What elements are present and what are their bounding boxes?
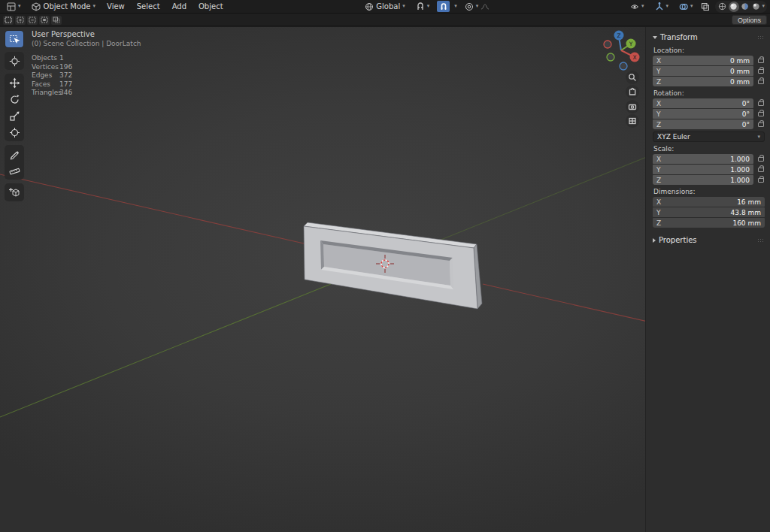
axis-label: Z xyxy=(656,78,661,86)
field-value: 0° xyxy=(742,121,750,128)
location-z-row: Z 0 mm xyxy=(653,77,765,86)
field-value: 16 mm xyxy=(737,198,761,206)
rotation-x-field[interactable]: X 0° xyxy=(653,98,753,108)
scale-z-field[interactable]: Z 1.000 xyxy=(653,175,753,185)
editor-type-icon xyxy=(6,2,16,11)
chevron-down-icon xyxy=(653,36,657,39)
lock-icon[interactable] xyxy=(758,168,764,172)
shading-material-button[interactable] xyxy=(740,2,750,12)
shading-rendered-button[interactable] xyxy=(751,2,762,12)
rotation-mode-dropdown[interactable]: XYZ Euler ▾ xyxy=(653,131,765,142)
gizmo-axes-icon xyxy=(654,2,664,11)
menu-view[interactable]: View xyxy=(103,2,129,11)
visibility-icon xyxy=(630,2,640,11)
scale-tool-button[interactable] xyxy=(5,107,23,124)
dimensions-x-field[interactable]: X 16 mm xyxy=(653,197,765,207)
menu-object[interactable]: Object xyxy=(195,2,227,11)
lock-icon[interactable] xyxy=(758,157,764,162)
lock-cell xyxy=(753,178,765,183)
panel-grip-icon[interactable] xyxy=(757,35,765,40)
stat-label: Objects xyxy=(32,54,59,63)
chevron-down-icon: ▾ xyxy=(641,4,644,9)
snap-settings-chevron-icon[interactable]: ▾ xyxy=(454,4,457,9)
select-mode-new-icon[interactable] xyxy=(3,16,14,25)
object-visibility-dropdown[interactable]: ▾ xyxy=(627,1,647,12)
falloff-curve-icon[interactable] xyxy=(480,2,490,11)
transform-tool-button[interactable] xyxy=(5,124,23,141)
dimensions-x-row: X 16 mm xyxy=(653,197,765,207)
dimensions-label: Dimensions: xyxy=(653,188,765,195)
field-value: 0 mm xyxy=(730,78,750,86)
stat-value: 1 xyxy=(59,54,64,63)
location-x-field[interactable]: X 0 mm xyxy=(653,56,753,65)
chevron-down-icon[interactable]: ▾ xyxy=(427,4,430,9)
scale-x-row: X 1.000 xyxy=(653,154,765,164)
dimensions-z-field[interactable]: Z 160 mm xyxy=(653,218,765,228)
scale-x-field[interactable]: X 1.000 xyxy=(653,154,753,164)
overlays-toggle[interactable]: ▾ xyxy=(676,1,696,12)
select-mode-extend-icon[interactable] xyxy=(15,16,26,25)
stat-label: Triangles xyxy=(32,89,59,98)
lock-icon[interactable] xyxy=(758,80,764,84)
stat-label: Faces xyxy=(32,80,59,89)
lock-icon[interactable] xyxy=(758,59,764,63)
rotation-fields: X 0° Y 0° Z 0° xyxy=(653,98,765,129)
select-box-tool-button[interactable] xyxy=(5,31,23,47)
snap-increment-icon[interactable] xyxy=(416,2,426,11)
snap-magnet-toggle[interactable] xyxy=(437,1,450,12)
shading-wireframe-button[interactable] xyxy=(717,2,728,12)
lock-cell xyxy=(753,112,765,116)
lock-cell xyxy=(753,168,765,172)
location-x-row: X 0 mm xyxy=(653,56,765,65)
annotate-tool-button[interactable] xyxy=(5,146,23,162)
lock-icon[interactable] xyxy=(758,101,764,106)
location-y-field[interactable]: Y 0 mm xyxy=(653,66,753,76)
rotation-z-row: Z 0° xyxy=(653,119,765,129)
rotation-y-row: Y 0° xyxy=(653,109,765,119)
transform-orientation-select[interactable]: Global ▾ xyxy=(361,1,408,12)
add-cube-tool-button[interactable] xyxy=(5,184,23,201)
gizmos-toggle[interactable]: ▾ xyxy=(651,1,671,12)
lock-icon[interactable] xyxy=(758,69,764,74)
editor-type-button[interactable]: ▾ xyxy=(3,1,24,12)
lock-icon[interactable] xyxy=(758,112,764,116)
proportional-edit-icon[interactable] xyxy=(465,2,474,11)
scale-y-field[interactable]: Y 1.000 xyxy=(653,165,753,174)
viewport-header: ▾ Object Mode ▾ View Select Add Object G… xyxy=(0,0,770,14)
lock-cell xyxy=(753,122,765,127)
select-mode-invert-icon[interactable] xyxy=(39,16,50,25)
panel-separator xyxy=(653,228,765,234)
location-z-field[interactable]: Z 0 mm xyxy=(653,77,753,86)
lock-cell xyxy=(753,101,765,106)
lock-icon[interactable] xyxy=(758,122,764,127)
rotation-y-field[interactable]: Y 0° xyxy=(653,109,753,119)
breadcrumb: (0) Scene Collection | DoorLatch xyxy=(32,40,141,47)
cursor-tool-button[interactable] xyxy=(5,53,23,69)
select-mode-subtract-icon[interactable] xyxy=(27,16,38,25)
stat-row-vertices: Vertices 196 xyxy=(32,63,141,72)
move-tool-button[interactable] xyxy=(5,74,23,91)
mode-select[interactable]: Object Mode ▾ xyxy=(29,1,99,12)
dimensions-y-field[interactable]: Y 43.8 mm xyxy=(653,207,765,217)
measure-tool-button[interactable] xyxy=(5,162,23,179)
rotation-mode-value: XYZ Euler xyxy=(657,133,690,141)
transform-panel-header[interactable]: Transform xyxy=(653,31,765,44)
shading-settings-chevron-icon[interactable]: ▾ xyxy=(762,4,765,9)
select-mode-intersect-icon[interactable] xyxy=(51,16,62,25)
scene-statistics: Objects 1 Vertices 196 Edges 372 Faces 1… xyxy=(32,54,141,98)
options-button[interactable]: Options xyxy=(732,15,767,25)
chevron-down-icon: ▾ xyxy=(665,4,668,9)
rotation-z-field[interactable]: Z 0° xyxy=(653,119,753,129)
chevron-down-icon[interactable]: ▾ xyxy=(476,4,479,9)
panel-grip-icon[interactable] xyxy=(757,238,765,243)
menu-add[interactable]: Add xyxy=(168,2,190,11)
rotate-tool-button[interactable] xyxy=(5,91,23,107)
menu-select[interactable]: Select xyxy=(133,2,164,11)
axis-label: X xyxy=(656,100,661,107)
properties-panel-header[interactable]: Properties xyxy=(653,234,765,246)
lock-icon[interactable] xyxy=(758,178,764,183)
location-label: Location: xyxy=(653,47,765,54)
scale-fields: X 1.000 Y 1.000 Z 1.000 xyxy=(653,154,765,185)
xray-toggle-icon[interactable] xyxy=(701,2,711,11)
shading-solid-button[interactable] xyxy=(729,2,739,12)
